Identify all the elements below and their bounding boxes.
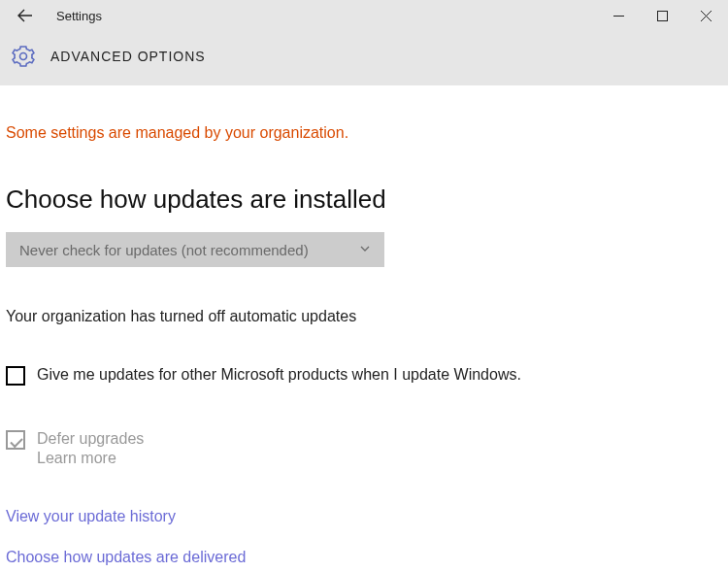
org-update-note: Your organization has turned off automat… (6, 308, 722, 325)
titlebar: Settings (0, 0, 728, 31)
minimize-button[interactable] (597, 0, 641, 31)
minimize-icon (613, 11, 624, 21)
window-title: Settings (56, 9, 102, 23)
gear-icon (12, 45, 35, 68)
ms-products-option: Give me updates for other Microsoft prod… (6, 366, 722, 386)
defer-upgrades-label: Defer upgrades (37, 430, 144, 448)
arrow-left-icon (17, 8, 33, 23)
close-button[interactable] (684, 0, 728, 31)
delivery-options-link[interactable]: Choose how updates are delivered (6, 549, 246, 566)
page-title: ADVANCED OPTIONS (50, 49, 206, 64)
back-button[interactable] (12, 2, 39, 29)
close-icon (701, 11, 711, 21)
update-mode-dropdown[interactable]: Never check for updates (not recommended… (6, 232, 384, 267)
maximize-icon (657, 11, 668, 21)
learn-more-link: Learn more (37, 450, 144, 467)
page-header: ADVANCED OPTIONS (0, 31, 728, 85)
organization-notice: Some settings are managed by your organi… (6, 124, 722, 142)
update-history-link[interactable]: View your update history (6, 508, 176, 525)
window-controls (597, 0, 728, 31)
dropdown-value: Never check for updates (not recommended… (19, 242, 309, 258)
ms-products-label: Give me updates for other Microsoft prod… (37, 366, 521, 384)
chevron-down-icon (359, 243, 371, 257)
section-heading: Choose how updates are installed (6, 185, 722, 215)
maximize-button[interactable] (641, 0, 684, 31)
defer-upgrades-checkbox (6, 430, 25, 450)
svg-rect-0 (658, 11, 668, 20)
ms-products-checkbox[interactable] (6, 366, 25, 386)
defer-upgrades-option: Defer upgrades Learn more (6, 430, 722, 467)
